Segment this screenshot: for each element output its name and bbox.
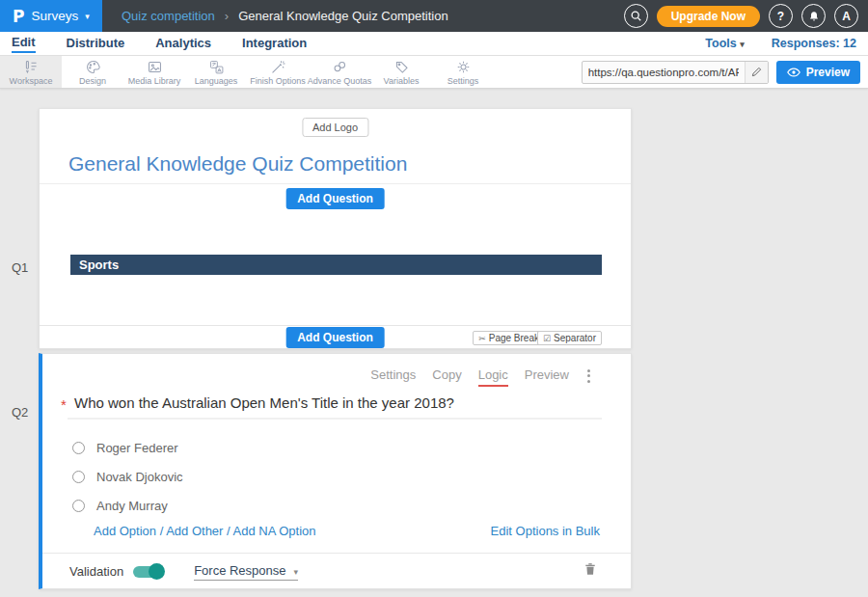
workspace-icon [23, 59, 40, 75]
kebab-menu-icon[interactable] [587, 366, 590, 385]
tab-edit[interactable]: Edit [12, 35, 36, 53]
languages-icon [208, 59, 225, 75]
chevron-down-icon: ▾ [740, 40, 745, 49]
variables-icon [393, 59, 410, 75]
toolbar-item-media-library[interactable]: Media Library [123, 56, 185, 88]
survey-header-card: Add Logo General Knowledge Quiz Competit… [39, 108, 632, 349]
separator-checkbox-icon: ☑ [543, 334, 551, 343]
question-menu: Settings Copy Logic Preview [370, 367, 569, 387]
toolbar-item-design[interactable]: Design [62, 56, 123, 88]
add-logo-button[interactable]: Add Logo [302, 118, 368, 137]
top-header: P Surveys ▾ Quiz competition › General K… [0, 0, 868, 32]
add-option-link[interactable]: Add Option [94, 524, 156, 538]
design-icon [85, 59, 101, 75]
question-text[interactable]: Who won the Australian Open Men's Title … [74, 394, 454, 411]
subnav-right: Tools ▾ Responses: 12 [705, 37, 856, 50]
edit-options-in-bulk-link[interactable]: Edit Options in Bulk [491, 524, 600, 538]
add-other-link[interactable]: Add Other [166, 524, 223, 538]
separator-button[interactable]: ☑ Separator [537, 331, 602, 345]
question-menu-logic[interactable]: Logic [478, 367, 508, 387]
responses-count[interactable]: Responses: 12 [772, 37, 856, 50]
tools-menu[interactable]: Tools ▾ [705, 37, 744, 50]
answer-option-row: Andy Murray [72, 499, 168, 513]
toolbar-label: Finish Options [250, 76, 306, 86]
toolbar-label: Workspace [10, 76, 53, 86]
tab-integration[interactable]: Integration [242, 36, 307, 52]
toolbar-item-languages[interactable]: Languages [185, 56, 247, 88]
survey-title[interactable]: General Knowledge Quiz Competition [68, 152, 407, 176]
breadcrumb: Quiz competition › General Knowledge Qui… [122, 9, 448, 23]
help-button[interactable]: ? [769, 4, 793, 28]
notifications-button[interactable] [801, 4, 826, 28]
survey-nav: Edit Distribute Analytics Integration To… [0, 32, 868, 56]
survey-url-box [582, 61, 769, 84]
question-menu-settings[interactable]: Settings [370, 367, 416, 387]
brand-menu[interactable]: P Surveys ▾ [0, 0, 102, 32]
questionpro-logo-icon: P [13, 7, 24, 26]
toolbar-label: Variables [384, 76, 420, 86]
q1-section-header[interactable]: Sports [70, 255, 602, 275]
eye-icon [787, 68, 800, 77]
add-question-button-bottom[interactable]: Add Question [285, 327, 385, 348]
answer-option-label[interactable]: Andy Murray [96, 499, 168, 513]
radio-button-icon[interactable] [72, 471, 85, 483]
edit-url-button[interactable] [745, 62, 768, 83]
radio-button-icon[interactable] [72, 442, 85, 454]
edit-toolbar: Workspace Design Media Library Languages… [0, 56, 868, 89]
upgrade-now-button[interactable]: Upgrade Now [657, 6, 760, 27]
chevron-down-icon: ▾ [85, 12, 90, 21]
search-button[interactable] [624, 4, 648, 28]
avatar[interactable]: A [834, 4, 858, 28]
toolbar-item-finish-options[interactable]: Finish Options [247, 56, 309, 88]
toolbar-label: Languages [195, 76, 238, 86]
toolbar-item-advance-quotas[interactable]: Advance Quotas [309, 56, 370, 88]
question-menu-copy[interactable]: Copy [432, 367, 461, 387]
breadcrumb-current-page: General Knowledge Quiz Competition [238, 9, 448, 23]
page-break-label: Page Break [489, 333, 539, 343]
link-separator: / [223, 524, 232, 538]
toolbar-item-workspace[interactable]: Workspace [0, 56, 62, 88]
question-text-underline [68, 418, 602, 420]
answer-option-row: Novak Djokovic [72, 470, 183, 484]
preview-label: Preview [806, 66, 850, 79]
header-actions: Upgrade Now ? A [624, 4, 868, 28]
tab-analytics[interactable]: Analytics [155, 36, 211, 52]
divider [40, 183, 631, 184]
tab-distribute[interactable]: Distribute [67, 36, 125, 52]
survey-url-input[interactable] [583, 62, 745, 83]
media-library-icon [147, 59, 163, 75]
product-name: Surveys [32, 9, 79, 23]
settings-icon [455, 59, 472, 75]
validation-toggle[interactable] [133, 566, 163, 578]
force-response-dropdown[interactable]: Force Response ▾ [194, 563, 298, 581]
force-response-value: Force Response [194, 563, 285, 578]
validation-row: Validation Force Response ▾ [42, 553, 631, 590]
avatar-initial: A [842, 10, 851, 23]
add-na-option-link[interactable]: Add NA Option [233, 524, 316, 538]
validation-label: Validation [69, 564, 123, 579]
breadcrumb-separator-icon: › [225, 9, 229, 23]
question-mark-icon: ? [777, 10, 784, 23]
finish-options-icon [270, 59, 286, 75]
breadcrumb-folder[interactable]: Quiz competition [122, 9, 215, 23]
answer-option-label[interactable]: Roger Federer [96, 441, 178, 455]
question-menu-preview[interactable]: Preview [525, 367, 569, 387]
delete-question-button[interactable] [584, 562, 596, 579]
bell-icon [808, 11, 820, 22]
question-number-q1: Q1 [12, 260, 28, 275]
preview-button[interactable]: Preview [776, 61, 860, 84]
toolbar-label: Settings [448, 76, 479, 86]
toolbar-item-settings[interactable]: Settings [432, 56, 494, 88]
add-question-button-top[interactable]: Add Question [285, 188, 385, 209]
chevron-down-icon: ▾ [294, 567, 299, 577]
pencil-icon [751, 67, 762, 77]
separator-label: Separator [554, 333, 596, 343]
answer-option-label[interactable]: Novak Djokovic [96, 470, 183, 484]
answer-option-row: Roger Federer [72, 441, 178, 455]
toolbar-item-variables[interactable]: Variables [370, 56, 432, 88]
radio-button-icon[interactable] [72, 500, 85, 512]
page-break-button[interactable]: ✂ Page Break [473, 331, 545, 345]
toolbar-label: Advance Quotas [308, 76, 372, 86]
trash-icon [584, 562, 596, 576]
question-card-q2: Settings Copy Logic Preview * Who won th… [39, 353, 632, 589]
